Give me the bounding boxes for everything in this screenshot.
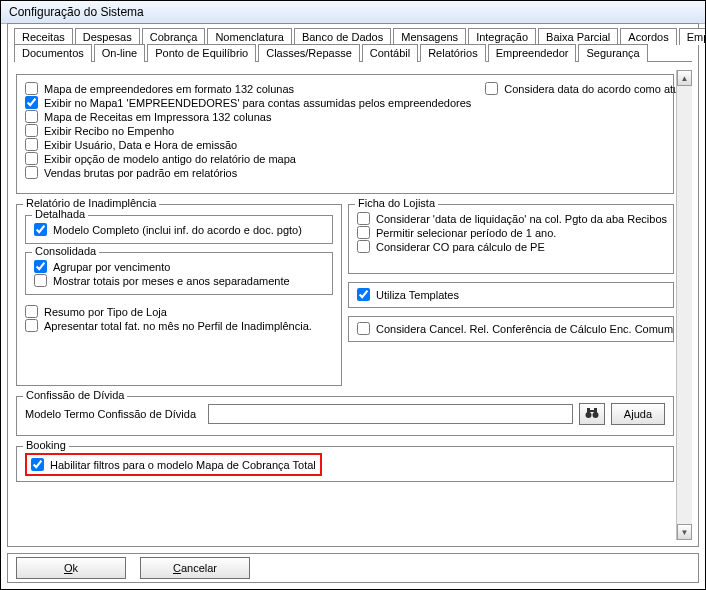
chk-consolidada-0[interactable]: Agrupar por vencimento: [34, 260, 324, 273]
tab-empreendedor[interactable]: Empreendedor: [488, 44, 577, 62]
checkbox[interactable]: [34, 223, 47, 236]
chk-top-4[interactable]: Exibir Usuário, Data e Hora de emissão: [25, 138, 471, 151]
window-title: Configuração do Sistema: [9, 5, 144, 19]
top-options-group: Mapa de empreendedores em formato 132 co…: [16, 74, 674, 194]
sub-consolidada: Consolidada Agrupar por vencimentoMostra…: [25, 252, 333, 295]
chk-consolidada-1[interactable]: Mostrar totais por meses e anos separada…: [34, 274, 324, 287]
tab-on-line[interactable]: On-line: [94, 44, 145, 62]
group-inadimplencia: Relatório de Inadimplência Detalhada Mod…: [16, 204, 342, 386]
top-options-right: Considera data do acordo como atual no r…: [471, 81, 692, 185]
tab-documentos[interactable]: Documentos: [14, 44, 92, 62]
chk-inad-extra-1[interactable]: Apresentar total fat. no mês no Perfil d…: [25, 319, 333, 332]
tabs-row-1: ReceitasDespesasCobrançaNomenclaturaBanc…: [8, 24, 698, 44]
group-confissao: Confissão de Dívida Modelo Termo Confiss…: [16, 396, 674, 436]
sub-detalhada: Detalhada Modelo Completo (inclui inf. d…: [25, 215, 333, 244]
chk-top-0[interactable]: Mapa de empreendedores em formato 132 co…: [25, 82, 471, 95]
checkbox[interactable]: [357, 212, 370, 225]
input-modelo-termo[interactable]: [208, 404, 573, 424]
binoculars-icon: [585, 407, 599, 422]
chk-habilitar-filtros-mapa[interactable]: Habilitar filtros para o modelo Mapa de …: [31, 458, 316, 471]
help-button[interactable]: Ajuda: [611, 403, 665, 425]
checkbox[interactable]: [25, 82, 38, 95]
chk-modelo-completo[interactable]: Modelo Completo (inclui inf. do acordo e…: [34, 223, 324, 236]
highlighted-option: Habilitar filtros para o modelo Mapa de …: [25, 453, 322, 476]
svg-rect-3: [594, 408, 597, 413]
checkbox[interactable]: [25, 305, 38, 318]
checkbox[interactable]: [357, 240, 370, 253]
group-cancel-rel: Considera Cancel. Rel. Conferência de Cá…: [348, 316, 674, 342]
scroll-down-arrow-icon[interactable]: ▼: [677, 524, 692, 540]
vertical-scrollbar[interactable]: ▲ ▼: [676, 70, 692, 540]
chk-ficha-2[interactable]: Considerar CO para cálculo de PE: [357, 240, 665, 253]
checkbox[interactable]: [25, 166, 38, 179]
checkbox[interactable]: [25, 319, 38, 332]
group-booking: Booking Habilitar filtros para o modelo …: [16, 446, 674, 482]
tabs-row-2: DocumentosOn-linePonto de EquilíbrioClas…: [8, 43, 698, 61]
scroll-up-arrow-icon[interactable]: ▲: [677, 70, 692, 86]
cancel-button[interactable]: Cancelar: [140, 557, 250, 579]
chk-top-5[interactable]: Exibir opção de modelo antigo do relatór…: [25, 152, 471, 165]
tab-ponto-de-equil-brio[interactable]: Ponto de Equilíbrio: [147, 44, 256, 62]
top-options-left: Mapa de empreendedores em formato 132 co…: [25, 81, 471, 185]
tab-seguran-a[interactable]: Segurança: [578, 44, 647, 62]
legend-booking: Booking: [23, 439, 69, 451]
label-modelo-termo: Modelo Termo Confissão de Dívida: [25, 408, 196, 420]
checkbox[interactable]: [25, 138, 38, 151]
checkbox[interactable]: [25, 152, 38, 165]
svg-rect-2: [587, 408, 590, 413]
svg-rect-4: [590, 410, 594, 412]
checkbox[interactable]: [25, 96, 38, 109]
tab-relat-rios[interactable]: Relatórios: [420, 44, 486, 62]
ok-button[interactable]: Ok: [16, 557, 126, 579]
checkbox[interactable]: [25, 124, 38, 137]
legend-confissao: Confissão de Dívida: [23, 389, 127, 401]
chk-top-6[interactable]: Vendas brutas por padrão em relatórios: [25, 166, 471, 179]
chk-ficha-0[interactable]: Considerar 'data de liquidação' na col. …: [357, 212, 665, 225]
dialog-footer: Ok Cancelar: [7, 553, 699, 583]
legend-ficha: Ficha do Lojista: [355, 197, 438, 209]
scroll-track[interactable]: [677, 86, 692, 524]
chk-considera-data-acordo[interactable]: Considera data do acordo como atual no r…: [485, 82, 692, 95]
dialog-client: ReceitasDespesasCobrançaNomenclaturaBanc…: [7, 23, 699, 547]
chk-inad-extra-0[interactable]: Resumo por Tipo de Loja: [25, 305, 333, 318]
checkbox[interactable]: [34, 260, 47, 273]
window-titlebar: Configuração do Sistema: [1, 1, 705, 24]
group-ficha-lojista: Ficha do Lojista Considerar 'data de liq…: [348, 204, 674, 274]
tab-cont-bil[interactable]: Contábil: [362, 44, 418, 62]
checkbox[interactable]: [357, 226, 370, 239]
checkbox[interactable]: [485, 82, 498, 95]
checkbox[interactable]: [357, 322, 370, 335]
checkbox[interactable]: [31, 458, 44, 471]
browse-button[interactable]: [579, 403, 605, 425]
group-templates: Utiliza Templates: [348, 282, 674, 308]
chk-top-3[interactable]: Exibir Recibo no Empenho: [25, 124, 471, 137]
chk-top-1[interactable]: Exibir no Mapa1 'EMPREENDEDORES' para co…: [25, 96, 471, 109]
tab-page-relatorios: Mapa de empreendedores em formato 132 co…: [14, 70, 692, 540]
checkbox[interactable]: [34, 274, 47, 287]
chk-top-2[interactable]: Mapa de Receitas em Impressora 132 colun…: [25, 110, 471, 123]
checkbox[interactable]: [357, 288, 370, 301]
chk-ficha-1[interactable]: Permitir selecionar período de 1 ano.: [357, 226, 665, 239]
checkbox[interactable]: [25, 110, 38, 123]
tab-classes-repasse[interactable]: Classes/Repasse: [258, 44, 360, 62]
chk-utiliza-templates[interactable]: Utiliza Templates: [357, 288, 665, 301]
chk-considera-cancel-rel[interactable]: Considera Cancel. Rel. Conferência de Cá…: [357, 322, 665, 335]
